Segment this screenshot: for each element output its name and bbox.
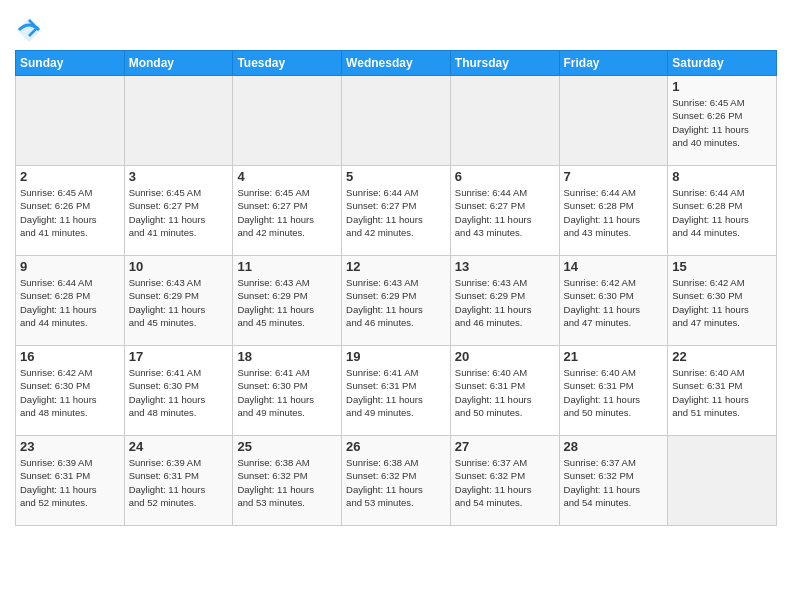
day-number: 14 (564, 259, 664, 274)
day-info: Sunrise: 6:40 AM Sunset: 6:31 PM Dayligh… (455, 366, 555, 419)
day-number: 2 (20, 169, 120, 184)
calendar-cell: 10Sunrise: 6:43 AM Sunset: 6:29 PM Dayli… (124, 256, 233, 346)
calendar-cell: 13Sunrise: 6:43 AM Sunset: 6:29 PM Dayli… (450, 256, 559, 346)
day-info: Sunrise: 6:44 AM Sunset: 6:27 PM Dayligh… (346, 186, 446, 239)
day-info: Sunrise: 6:44 AM Sunset: 6:28 PM Dayligh… (672, 186, 772, 239)
calendar-cell (233, 76, 342, 166)
day-number: 3 (129, 169, 229, 184)
week-row-1: 1Sunrise: 6:45 AM Sunset: 6:26 PM Daylig… (16, 76, 777, 166)
calendar-cell: 17Sunrise: 6:41 AM Sunset: 6:30 PM Dayli… (124, 346, 233, 436)
calendar-cell: 25Sunrise: 6:38 AM Sunset: 6:32 PM Dayli… (233, 436, 342, 526)
day-number: 12 (346, 259, 446, 274)
calendar-cell: 16Sunrise: 6:42 AM Sunset: 6:30 PM Dayli… (16, 346, 125, 436)
calendar-cell (124, 76, 233, 166)
day-info: Sunrise: 6:38 AM Sunset: 6:32 PM Dayligh… (237, 456, 337, 509)
day-info: Sunrise: 6:43 AM Sunset: 6:29 PM Dayligh… (237, 276, 337, 329)
day-info: Sunrise: 6:43 AM Sunset: 6:29 PM Dayligh… (129, 276, 229, 329)
calendar-cell: 11Sunrise: 6:43 AM Sunset: 6:29 PM Dayli… (233, 256, 342, 346)
calendar-cell (668, 436, 777, 526)
day-info: Sunrise: 6:42 AM Sunset: 6:30 PM Dayligh… (564, 276, 664, 329)
day-info: Sunrise: 6:41 AM Sunset: 6:30 PM Dayligh… (129, 366, 229, 419)
day-number: 18 (237, 349, 337, 364)
day-number: 10 (129, 259, 229, 274)
day-info: Sunrise: 6:39 AM Sunset: 6:31 PM Dayligh… (129, 456, 229, 509)
calendar-cell (16, 76, 125, 166)
day-header-tuesday: Tuesday (233, 51, 342, 76)
day-header-thursday: Thursday (450, 51, 559, 76)
day-number: 6 (455, 169, 555, 184)
calendar-cell: 26Sunrise: 6:38 AM Sunset: 6:32 PM Dayli… (342, 436, 451, 526)
day-number: 9 (20, 259, 120, 274)
day-info: Sunrise: 6:45 AM Sunset: 6:26 PM Dayligh… (672, 96, 772, 149)
day-info: Sunrise: 6:38 AM Sunset: 6:32 PM Dayligh… (346, 456, 446, 509)
day-number: 7 (564, 169, 664, 184)
day-info: Sunrise: 6:37 AM Sunset: 6:32 PM Dayligh… (564, 456, 664, 509)
calendar-cell: 28Sunrise: 6:37 AM Sunset: 6:32 PM Dayli… (559, 436, 668, 526)
week-row-4: 16Sunrise: 6:42 AM Sunset: 6:30 PM Dayli… (16, 346, 777, 436)
day-number: 26 (346, 439, 446, 454)
day-number: 8 (672, 169, 772, 184)
calendar-cell: 20Sunrise: 6:40 AM Sunset: 6:31 PM Dayli… (450, 346, 559, 436)
calendar-cell: 12Sunrise: 6:43 AM Sunset: 6:29 PM Dayli… (342, 256, 451, 346)
day-info: Sunrise: 6:39 AM Sunset: 6:31 PM Dayligh… (20, 456, 120, 509)
day-info: Sunrise: 6:44 AM Sunset: 6:28 PM Dayligh… (20, 276, 120, 329)
calendar-cell: 21Sunrise: 6:40 AM Sunset: 6:31 PM Dayli… (559, 346, 668, 436)
day-number: 20 (455, 349, 555, 364)
day-number: 4 (237, 169, 337, 184)
calendar-cell: 4Sunrise: 6:45 AM Sunset: 6:27 PM Daylig… (233, 166, 342, 256)
calendar-cell (450, 76, 559, 166)
day-header-wednesday: Wednesday (342, 51, 451, 76)
day-number: 19 (346, 349, 446, 364)
calendar-cell: 5Sunrise: 6:44 AM Sunset: 6:27 PM Daylig… (342, 166, 451, 256)
day-number: 1 (672, 79, 772, 94)
day-number: 17 (129, 349, 229, 364)
day-number: 15 (672, 259, 772, 274)
day-number: 24 (129, 439, 229, 454)
day-number: 28 (564, 439, 664, 454)
day-info: Sunrise: 6:40 AM Sunset: 6:31 PM Dayligh… (564, 366, 664, 419)
day-info: Sunrise: 6:40 AM Sunset: 6:31 PM Dayligh… (672, 366, 772, 419)
calendar-cell: 3Sunrise: 6:45 AM Sunset: 6:27 PM Daylig… (124, 166, 233, 256)
calendar-cell: 9Sunrise: 6:44 AM Sunset: 6:28 PM Daylig… (16, 256, 125, 346)
day-info: Sunrise: 6:45 AM Sunset: 6:27 PM Dayligh… (237, 186, 337, 239)
day-info: Sunrise: 6:43 AM Sunset: 6:29 PM Dayligh… (455, 276, 555, 329)
day-number: 11 (237, 259, 337, 274)
calendar-cell: 2Sunrise: 6:45 AM Sunset: 6:26 PM Daylig… (16, 166, 125, 256)
day-info: Sunrise: 6:37 AM Sunset: 6:32 PM Dayligh… (455, 456, 555, 509)
calendar-cell: 1Sunrise: 6:45 AM Sunset: 6:26 PM Daylig… (668, 76, 777, 166)
calendar-cell: 14Sunrise: 6:42 AM Sunset: 6:30 PM Dayli… (559, 256, 668, 346)
day-info: Sunrise: 6:45 AM Sunset: 6:26 PM Dayligh… (20, 186, 120, 239)
week-row-3: 9Sunrise: 6:44 AM Sunset: 6:28 PM Daylig… (16, 256, 777, 346)
week-row-2: 2Sunrise: 6:45 AM Sunset: 6:26 PM Daylig… (16, 166, 777, 256)
day-info: Sunrise: 6:41 AM Sunset: 6:30 PM Dayligh… (237, 366, 337, 419)
day-info: Sunrise: 6:41 AM Sunset: 6:31 PM Dayligh… (346, 366, 446, 419)
day-number: 16 (20, 349, 120, 364)
day-header-saturday: Saturday (668, 51, 777, 76)
logo (15, 16, 47, 44)
day-info: Sunrise: 6:44 AM Sunset: 6:27 PM Dayligh… (455, 186, 555, 239)
day-info: Sunrise: 6:45 AM Sunset: 6:27 PM Dayligh… (129, 186, 229, 239)
day-number: 25 (237, 439, 337, 454)
day-info: Sunrise: 6:42 AM Sunset: 6:30 PM Dayligh… (672, 276, 772, 329)
calendar-cell: 7Sunrise: 6:44 AM Sunset: 6:28 PM Daylig… (559, 166, 668, 256)
day-number: 22 (672, 349, 772, 364)
logo-icon (15, 16, 43, 44)
calendar-cell: 19Sunrise: 6:41 AM Sunset: 6:31 PM Dayli… (342, 346, 451, 436)
calendar-cell: 6Sunrise: 6:44 AM Sunset: 6:27 PM Daylig… (450, 166, 559, 256)
calendar-cell: 18Sunrise: 6:41 AM Sunset: 6:30 PM Dayli… (233, 346, 342, 436)
day-info: Sunrise: 6:43 AM Sunset: 6:29 PM Dayligh… (346, 276, 446, 329)
day-number: 27 (455, 439, 555, 454)
day-header-friday: Friday (559, 51, 668, 76)
page-header (15, 10, 777, 44)
calendar-cell: 27Sunrise: 6:37 AM Sunset: 6:32 PM Dayli… (450, 436, 559, 526)
day-number: 13 (455, 259, 555, 274)
calendar-cell: 24Sunrise: 6:39 AM Sunset: 6:31 PM Dayli… (124, 436, 233, 526)
day-header-monday: Monday (124, 51, 233, 76)
calendar-cell (559, 76, 668, 166)
calendar-cell: 8Sunrise: 6:44 AM Sunset: 6:28 PM Daylig… (668, 166, 777, 256)
day-number: 5 (346, 169, 446, 184)
week-row-5: 23Sunrise: 6:39 AM Sunset: 6:31 PM Dayli… (16, 436, 777, 526)
calendar-table: SundayMondayTuesdayWednesdayThursdayFrid… (15, 50, 777, 526)
calendar-cell: 15Sunrise: 6:42 AM Sunset: 6:30 PM Dayli… (668, 256, 777, 346)
calendar-header-row: SundayMondayTuesdayWednesdayThursdayFrid… (16, 51, 777, 76)
